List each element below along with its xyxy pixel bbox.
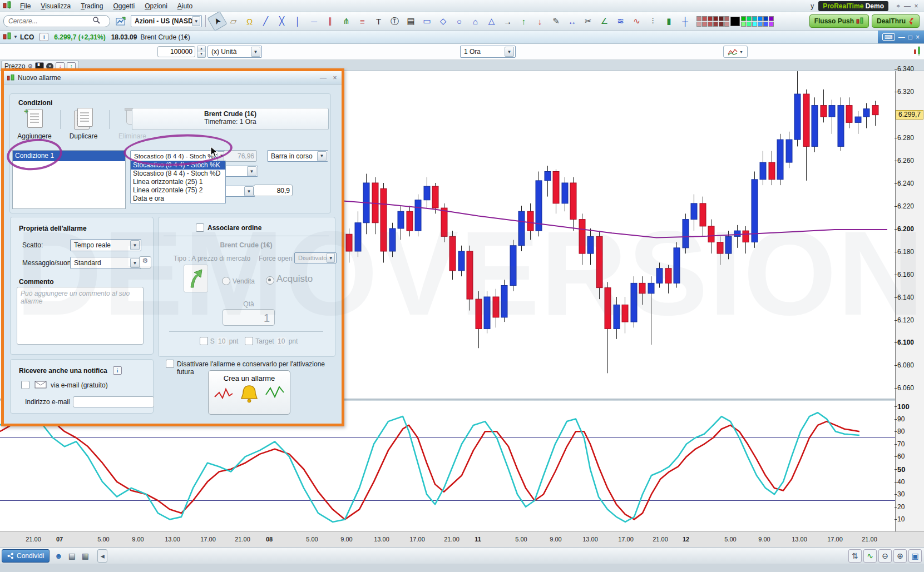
unit-mode-select[interactable]: (x) Unità ▼ xyxy=(207,46,262,58)
polygon-tool-icon[interactable]: ⌂ xyxy=(468,14,483,28)
dropdown-option[interactable]: Linea orizzontale (25) 1 xyxy=(131,178,225,186)
color-swatch[interactable] xyxy=(758,16,763,21)
scissors-tool-icon[interactable]: ✂ xyxy=(581,14,596,28)
menu-trading[interactable]: Trading xyxy=(76,1,108,11)
scroll-left-button[interactable]: ◂ xyxy=(97,549,107,563)
keyboard-icon[interactable]: ⌨ xyxy=(882,33,895,41)
share-button[interactable]: Condividi xyxy=(2,549,50,563)
wave-pattern-tool-icon[interactable]: ≋ xyxy=(613,14,628,28)
ellipse-tool-icon[interactable]: ○ xyxy=(452,14,467,28)
channel-tool-icon[interactable]: ∥ xyxy=(323,14,338,28)
instrument-symbol[interactable]: LCO xyxy=(20,33,34,41)
color-swatch[interactable] xyxy=(696,16,701,21)
color-swatch[interactable] xyxy=(724,16,729,21)
condition-list[interactable]: Condizione 1 xyxy=(12,150,126,209)
menu-file[interactable]: File xyxy=(15,1,36,11)
mini-quote-icon[interactable] xyxy=(913,46,921,58)
trendline-tool-icon[interactable]: ╱ xyxy=(258,14,273,28)
pitchfork-tool-icon[interactable]: ⋔ xyxy=(339,14,354,28)
dropdown-option[interactable]: Data e ora xyxy=(131,195,225,203)
order-list-icon[interactable]: ▤ xyxy=(65,549,78,563)
instrument-dropdown-icon[interactable]: ▼ xyxy=(13,34,18,39)
dropdown-option[interactable]: Stocastico (8 4 4) - Stoch %K xyxy=(131,161,225,170)
color-swatch-black[interactable] xyxy=(730,17,740,26)
create-alarm-button[interactable]: Crea un allarme xyxy=(208,370,290,415)
color-swatch[interactable] xyxy=(696,22,701,27)
color-swatch[interactable] xyxy=(724,22,729,27)
fibonacci-tool-icon[interactable]: ≡ xyxy=(355,14,370,28)
trader-profile-icon[interactable]: ☻ xyxy=(52,549,65,563)
color-swatch[interactable] xyxy=(741,16,746,21)
extended-line-tool-icon[interactable]: ╳ xyxy=(274,14,289,28)
dropdown-option[interactable]: Stocastico (8 4 4) - Stoch %D xyxy=(131,170,225,178)
color-swatch[interactable] xyxy=(741,22,746,27)
new-chart-icon[interactable] xyxy=(113,14,128,28)
panel-minimize-icon[interactable]: — xyxy=(898,33,905,41)
color-swatch[interactable] xyxy=(713,22,718,27)
color-swatch[interactable] xyxy=(758,22,763,27)
arrow-right-tool-icon[interactable]: → xyxy=(500,14,515,28)
zoom-out-icon[interactable]: ⊖ xyxy=(878,549,892,563)
color-swatch[interactable] xyxy=(763,22,768,27)
flusso-push-button[interactable]: Flusso Push xyxy=(809,14,869,28)
color-swatch[interactable] xyxy=(769,22,774,27)
search-input[interactable] xyxy=(7,17,93,26)
eval-mode-select[interactable]: Barra in corso ▼ xyxy=(267,150,328,162)
ruler-tool-icon[interactable]: ▱ xyxy=(226,14,241,28)
color-swatch[interactable] xyxy=(702,22,707,27)
zoom-in-icon[interactable]: ⊕ xyxy=(893,549,907,563)
menu-aiuto[interactable]: Aiuto xyxy=(172,1,197,11)
angle-tool-icon[interactable]: ∠ xyxy=(597,14,612,28)
color-swatch[interactable] xyxy=(719,16,724,21)
color-swatch[interactable] xyxy=(713,16,718,21)
color-swatch[interactable] xyxy=(752,16,757,21)
diamond-tool-icon[interactable]: ◇ xyxy=(436,14,451,28)
comment-textarea[interactable]: Può aggiungere un commento al suo allarm… xyxy=(17,287,144,345)
horizontal-line-tool-icon[interactable]: ─ xyxy=(307,14,322,28)
dialog-title-bar[interactable]: Nuovo allarme — × xyxy=(4,71,342,84)
email-address-input[interactable] xyxy=(73,396,154,407)
color-swatch[interactable] xyxy=(719,22,724,27)
new-alarm-dialog[interactable]: Nuovo allarme — × Condizioni + Aggiunger… xyxy=(1,68,344,426)
quantity-stepper[interactable]: ▲▼ xyxy=(197,46,206,58)
bars-tool-icon[interactable]: ⫶ xyxy=(645,14,660,28)
color-swatch[interactable] xyxy=(752,22,757,27)
triangle-tool-icon[interactable]: △ xyxy=(484,14,499,28)
menu-oggetti[interactable]: Oggetti xyxy=(108,1,140,11)
condition-list-item-selected[interactable]: Condizione 1 xyxy=(13,151,125,161)
note-tool-icon[interactable]: ▤ xyxy=(403,14,418,28)
trigger-select[interactable]: Tempo reale ▼ xyxy=(70,239,141,251)
sound-config-button[interactable]: ⚙ xyxy=(139,256,151,268)
timeframe-select[interactable]: 1 Ora ▼ xyxy=(460,46,516,58)
color-swatch[interactable] xyxy=(747,22,752,27)
text-tool-icon[interactable]: T xyxy=(371,14,386,28)
email-checkbox[interactable] xyxy=(21,381,29,389)
color-swatch[interactable] xyxy=(702,16,707,21)
rectangle-tool-icon[interactable]: ▭ xyxy=(419,14,434,28)
color-swatch[interactable] xyxy=(747,16,752,21)
color-swatch[interactable] xyxy=(763,16,768,21)
alarm-bell-tool-icon[interactable]: Ω xyxy=(242,14,257,28)
chart-stats-icon[interactable]: ∿ xyxy=(863,549,877,563)
indicator-dropdown-list[interactable]: Stocastico (8 4 4) - Stoch %KStocastico … xyxy=(130,161,226,203)
arrow-down-tool-icon[interactable]: ↓ xyxy=(532,14,547,28)
pin-icon[interactable]: ⌖ xyxy=(894,2,903,10)
arrow-up-tool-icon[interactable]: ↑ xyxy=(516,14,531,28)
cursor-tool-icon[interactable]: ➤ xyxy=(207,11,227,31)
dialog-close-icon[interactable]: × xyxy=(330,74,339,82)
menu-visualizza[interactable]: Visualizza xyxy=(36,1,76,11)
pencil-tool-icon[interactable]: ✎ xyxy=(549,14,564,28)
zigzag-tool-icon[interactable]: ∿ xyxy=(629,14,644,28)
measure-tool-icon[interactable]: ↔ xyxy=(565,14,580,28)
color-swatch[interactable] xyxy=(708,22,713,27)
menu-opzioni[interactable]: Opzioni xyxy=(140,1,172,11)
dropdown-option[interactable]: Linea orizzontale (75) 2 xyxy=(131,186,225,195)
color-swatch[interactable] xyxy=(769,16,774,21)
vertical-line-tool-icon[interactable]: │ xyxy=(290,14,305,28)
chart-style-button[interactable]: ▼ xyxy=(723,46,748,58)
minimize-icon[interactable]: — xyxy=(903,2,912,10)
second-threshold-input[interactable] xyxy=(254,185,293,196)
quantity-input[interactable] xyxy=(157,46,195,57)
deactivate-checkbox[interactable] xyxy=(166,360,174,368)
close-icon[interactable]: × xyxy=(912,2,921,10)
